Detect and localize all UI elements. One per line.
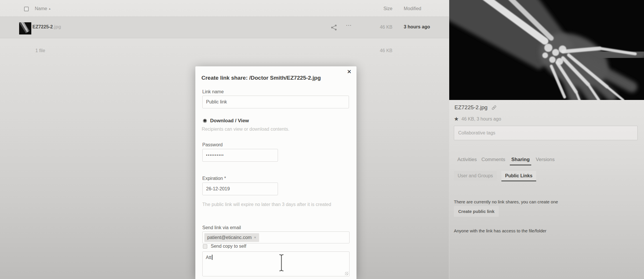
no-link-shares-text: There are currently no link shares, you … xyxy=(454,199,558,204)
text-caret xyxy=(212,255,212,260)
expiration-help-text: The public link will expire no later tha… xyxy=(202,201,333,208)
xray-preview-image xyxy=(449,0,644,100)
file-list-header: Name ▲ Size Modified xyxy=(0,0,449,17)
send-copy-label: Send copy to self xyxy=(211,244,246,249)
checkbox-unchecked-icon[interactable] xyxy=(203,244,207,249)
tab-comments[interactable]: Comments xyxy=(481,157,505,165)
file-name: EZ7225-2.jpg xyxy=(32,24,61,30)
collaborative-tags-input[interactable] xyxy=(454,126,638,140)
dialog-title: Create link share: /Doctor Smith/EZ7225-… xyxy=(201,75,321,81)
email-recipients-input[interactable]: patient@eticainc.com × xyxy=(202,231,350,243)
table-row[interactable]: EZ7225-2.jpg ··· 46 KB 3 hours ago xyxy=(0,17,449,38)
total-size-summary: 46 KB xyxy=(368,48,392,53)
password-label: Password xyxy=(202,142,223,147)
mouse-cursor-ibeam xyxy=(279,254,284,272)
email-recipient-chip: patient@eticainc.com × xyxy=(204,233,259,242)
link-access-note: Anyone with the link has access to the f… xyxy=(454,228,546,233)
link-name-label: Link name xyxy=(202,89,224,94)
sidebar-file-meta: ★ 46 KB, 3 hours ago xyxy=(454,116,501,122)
sidebar-file-header: EZ7225-2.jpg xyxy=(454,104,497,111)
app-window: Name ▲ Size Modified EZ7225-2.jpg xyxy=(0,0,644,279)
create-link-share-dialog: ✕ Create link share: /Doctor Smith/EZ722… xyxy=(195,66,356,279)
column-header-name[interactable]: Name xyxy=(35,6,47,11)
sharing-subtabs: User and Groups Public Links xyxy=(454,171,536,181)
file-thumbnail-xray xyxy=(19,22,31,34)
email-chip-text: patient@eticainc.com xyxy=(207,235,252,240)
link-icon[interactable] xyxy=(491,105,497,111)
remove-recipient-icon[interactable]: × xyxy=(254,236,256,239)
radio-selected-icon[interactable] xyxy=(203,119,207,123)
sort-ascending-icon[interactable]: ▲ xyxy=(48,7,51,10)
more-actions-icon[interactable]: ··· xyxy=(346,23,352,28)
expiration-label: Expiration * xyxy=(202,176,226,181)
download-view-radio-row[interactable]: Download / View xyxy=(203,118,249,124)
file-size: 46 KB xyxy=(368,25,392,30)
tab-sharing[interactable]: Sharing xyxy=(510,157,531,165)
link-name-input[interactable] xyxy=(202,96,349,108)
send-email-label: Send link via email xyxy=(202,225,241,230)
create-public-link-button[interactable]: Create public link xyxy=(454,206,499,217)
expiration-date-input[interactable] xyxy=(202,183,278,195)
favorite-star-icon[interactable]: ★ xyxy=(454,116,459,122)
permission-help-text: Recipients can view or download contents… xyxy=(202,125,289,133)
subtab-public-links[interactable]: Public Links xyxy=(501,171,536,181)
sidebar-file-name: EZ7225-2.jpg xyxy=(454,104,487,111)
password-input[interactable] xyxy=(202,149,278,162)
close-icon[interactable]: ✕ xyxy=(347,69,352,74)
tab-activities[interactable]: Activities xyxy=(457,157,477,165)
subtab-user-and-groups[interactable]: User and Groups xyxy=(454,171,497,181)
resize-handle[interactable] xyxy=(345,272,348,275)
email-message-textarea[interactable]: Att xyxy=(202,251,350,276)
select-all-checkbox[interactable] xyxy=(24,7,29,11)
share-icon[interactable] xyxy=(330,24,337,31)
file-modified: 3 hours ago xyxy=(404,24,430,30)
permission-label: Download / View xyxy=(210,118,249,124)
column-header-modified[interactable]: Modified xyxy=(404,6,421,11)
message-text: Att xyxy=(206,255,212,260)
column-header-size[interactable]: Size xyxy=(368,6,392,11)
file-extension: .jpg xyxy=(53,24,61,29)
file-meta-text: 46 KB, 3 hours ago xyxy=(461,116,501,122)
file-count-summary: 1 file xyxy=(35,48,45,53)
send-copy-checkbox-row[interactable]: Send copy to self xyxy=(203,244,246,249)
details-sidebar: EZ7225-2.jpg ★ 46 KB, 3 hours ago Activi… xyxy=(449,0,644,279)
sidebar-tabs: Activities Comments Sharing Versions xyxy=(457,157,555,165)
tab-versions[interactable]: Versions xyxy=(536,157,555,165)
